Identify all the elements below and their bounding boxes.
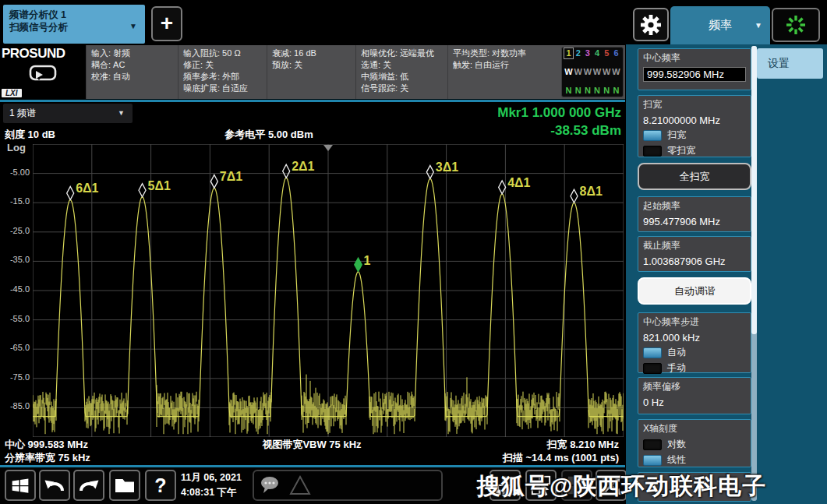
freq-offset-value[interactable]: 0 Hz (643, 397, 746, 408)
section-label: 起始频率 (643, 199, 746, 213)
system-settings-button[interactable] (633, 8, 669, 41)
measurement-tab[interactable]: 频谱分析仪 1 扫频信号分析 ▼ (3, 5, 145, 44)
help-button[interactable]: ? (145, 470, 176, 501)
marker-table-row: 123456 (564, 48, 620, 58)
info-line: 中频增益: 低 (361, 71, 443, 83)
info-line: 选通: 关 (361, 59, 443, 71)
radio-manual[interactable]: 手动 (643, 361, 746, 375)
panel-scrollbar[interactable] (751, 46, 757, 501)
log-scale-label: Log (7, 142, 26, 153)
windows-start-button[interactable] (5, 470, 36, 501)
y-axis-tick-label: -35.0 (0, 255, 30, 264)
section-label: 中心频率 (643, 51, 746, 65)
file-explorer-button[interactable] (109, 470, 140, 501)
info-line: 信号跟踪: 关 (361, 83, 443, 94)
trace-selector-dropdown[interactable]: 1 频谱 ▼ (3, 104, 133, 123)
peak-marker-diamond-icon[interactable] (210, 174, 217, 188)
grid-layout-icon (566, 474, 588, 496)
cf-step-value[interactable]: 821.000 kHz (643, 332, 746, 344)
ref-level-label[interactable]: 参考电平 5.00 dBm (156, 128, 382, 142)
rbw-annotation[interactable]: 分辨率带宽 75 kHz (5, 451, 90, 465)
peak-marker-label: 7Δ1 (220, 170, 242, 183)
alert-triangle-icon[interactable] (288, 474, 312, 496)
graph-area: 1 频谱 ▼ 刻度 10 dB 参考电平 5.00 dBm Mkr1 1.000… (0, 102, 625, 465)
marker-number: 1 (564, 48, 573, 58)
add-measurement-button[interactable]: + (151, 6, 182, 41)
redo-button[interactable] (73, 470, 104, 501)
vbw-annotation[interactable]: 视图带宽VBW 75 kHz (179, 438, 444, 452)
auto-tune-button[interactable]: 自动调谐 (638, 277, 751, 305)
spectrum-plot[interactable]: 6Δ15Δ17Δ12Δ113Δ14Δ18Δ1 (33, 144, 624, 437)
detector-indicator: N (583, 86, 592, 96)
info-col-average: 平均类型: 对数功率 触发: 自由运行 (447, 45, 560, 99)
measurement-tab-line2: 扫频信号分析 (9, 21, 139, 33)
chevron-down-icon: ▼ (129, 20, 137, 33)
y-axis-tick-label: -75.0 (0, 372, 30, 382)
sweep-annotation: 扫描 ~14.4 ms (1001 pts) (503, 451, 619, 465)
peak-marker-diamond-icon[interactable] (283, 164, 290, 178)
marker-table-row: WWWWWW (564, 67, 620, 77)
y-axis-tick-label: -45.0 (0, 284, 30, 294)
fullscreen-button[interactable] (596, 470, 627, 501)
detector-indicator: N (612, 86, 620, 96)
clock[interactable]: 11月 06, 2021 4:08:31 下午 (181, 471, 242, 500)
panel-section-center-freq: 中心频率 999.582906 MHz (638, 48, 751, 90)
span-annotation[interactable]: 扫宽 8.210 MHz (547, 438, 619, 452)
peak-marker-diamond-icon[interactable] (571, 189, 578, 203)
peak-marker-diamond-icon[interactable] (67, 186, 74, 199)
info-line: 噪底扩展: 自适应 (183, 83, 262, 94)
info-line: 校准: 自动 (91, 71, 173, 83)
info-col-impedance: 输入阻抗: 50 Ω 修正: 关 频率参考: 外部 噪底扩展: 自适应 (178, 45, 267, 99)
redo-icon (77, 474, 101, 496)
radio-linear[interactable]: 线性 (643, 453, 746, 467)
section-label: 频率偏移 (643, 380, 746, 393)
marker-table-row: NNNNNN (564, 86, 620, 96)
peak-marker-diamond-icon[interactable] (139, 184, 146, 197)
info-col-input: 输入: 射频 耦合: AC 校准: 自动 (86, 45, 178, 99)
menu-tab-frequency[interactable]: 频率 ▼ (670, 6, 770, 44)
windows-logo-icon (9, 475, 31, 496)
block-diagram-button[interactable] (489, 470, 521, 501)
full-span-button[interactable]: 全扫宽 (638, 163, 751, 190)
peak-marker-label: 8Δ1 (579, 185, 602, 198)
trace-type-indicator: W (603, 67, 611, 77)
marker-1-diamond-icon[interactable] (354, 257, 362, 273)
busy-indicator[interactable] (772, 8, 820, 42)
radio-auto[interactable]: 自动 (643, 346, 746, 359)
panel-section-stop-freq: 截止频率 1.003687906 GHz (638, 236, 751, 272)
peak-marker-diamond-icon[interactable] (426, 165, 433, 178)
undo-button[interactable] (39, 470, 70, 501)
chevron-down-icon: ▼ (755, 21, 762, 30)
radio-span[interactable]: 扫宽 (643, 129, 746, 142)
marker-trace-table[interactable]: 123456WWWWWWNNNNNN (561, 47, 624, 97)
radio-log[interactable]: 对数 (643, 438, 746, 451)
section-label: 扫宽 (643, 98, 746, 111)
stop-freq-value[interactable]: 1.003687906 GHz (643, 256, 746, 267)
window-layout-button[interactable] (561, 470, 592, 501)
start-freq-value[interactable]: 995.477906 MHz (643, 216, 746, 227)
info-line: 修正: 关 (183, 59, 262, 71)
panel-scrollbar-thumb[interactable] (751, 46, 757, 334)
peak-marker-diamond-icon[interactable] (499, 181, 506, 194)
y-axis-tick-label: -85.0 (0, 401, 30, 411)
center-freq-tick-icon (323, 145, 333, 151)
radio-zero-span[interactable]: 零扫宽 (643, 144, 746, 157)
radio-indicator-off (643, 363, 662, 374)
touch-pointer-icon (530, 474, 552, 496)
span-value[interactable]: 8.21000000 MHz (643, 115, 746, 126)
radio-indicator-on (643, 130, 662, 141)
trace-type-indicator: W (612, 67, 620, 77)
tab-settings[interactable]: 设置 (757, 48, 823, 79)
info-line: 耦合: AC (91, 59, 173, 71)
center-freq-annotation[interactable]: 中心 999.583 MHz (5, 438, 88, 452)
info-col-attenuation: 衰减: 16 dB 预放: 关 (267, 45, 355, 99)
center-freq-input[interactable]: 999.582906 MHz (643, 67, 746, 82)
panel-section-x-axis-scale: X轴刻度 对数 线性 (638, 419, 751, 467)
info-line: 平均类型: 对数功率 (453, 48, 555, 59)
touch-mode-button[interactable] (525, 470, 557, 501)
info-line: 相噪优化: 远端最优 (361, 48, 443, 59)
scale-label: 刻度 10 dB (5, 128, 55, 142)
detector-indicator: N (574, 86, 582, 96)
messages-icon[interactable] (259, 474, 282, 496)
peak-marker-label: 3Δ1 (436, 160, 458, 174)
